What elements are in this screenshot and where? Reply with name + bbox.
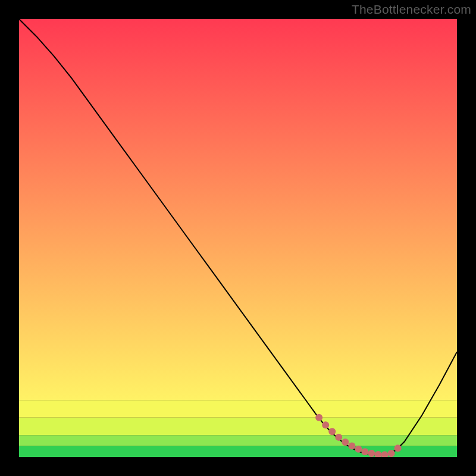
band (19, 19, 457, 400)
scatter-point (368, 450, 375, 457)
scatter-point (361, 448, 368, 455)
scatter-point (388, 450, 395, 457)
chart-container: TheBottlenecker.com (0, 0, 476, 476)
scatter-point (335, 434, 342, 441)
band (19, 418, 457, 435)
watermark-text: TheBottlenecker.com (352, 2, 471, 17)
plot-area (19, 19, 457, 457)
band (19, 400, 457, 417)
scatter-point (328, 428, 336, 435)
scatter-point (342, 439, 349, 446)
scatter-point (322, 421, 329, 428)
scatter-point (394, 444, 402, 452)
scatter-point (348, 443, 355, 450)
band (19, 435, 457, 446)
chart-svg (19, 19, 457, 457)
scatter-point (315, 414, 322, 421)
scatter-point (355, 446, 362, 453)
